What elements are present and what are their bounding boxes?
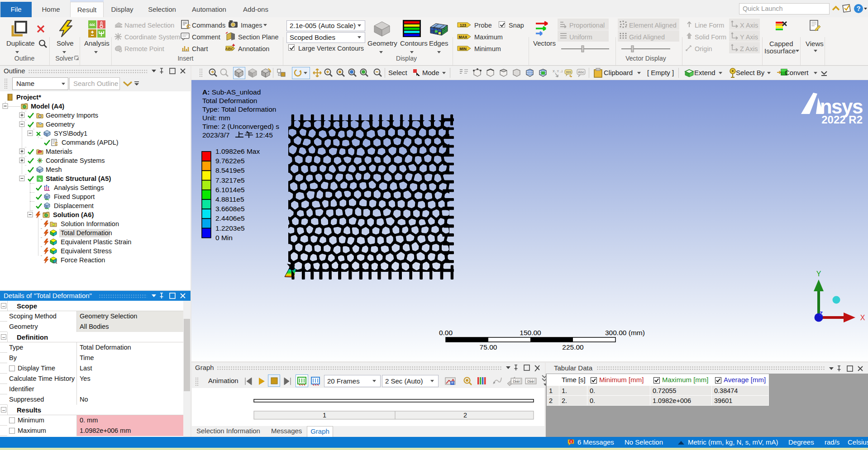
svg-text:2022 R2: 2022 R2 [821, 114, 863, 126]
svg-text:MAX: MAX [459, 35, 467, 39]
svg-text:7.3217e5: 7.3217e5 [215, 176, 245, 184]
svg-text:Type: Total Deformation: Type: Total Deformation [202, 105, 276, 113]
svg-text:X.Y.Z: X.Y.Z [553, 69, 563, 73]
svg-text:Z: Z [819, 310, 823, 317]
svg-text:Y: Y [816, 270, 821, 278]
svg-text:X: X [860, 314, 865, 322]
svg-text:C: C [186, 23, 191, 29]
svg-text:12:45: 12:45 [255, 131, 273, 139]
svg-text:999: 999 [566, 71, 571, 74]
svg-text:4.8811e5: 4.8811e5 [215, 195, 244, 203]
svg-text:C: C [55, 142, 58, 146]
svg-text:Total Deformation: Total Deformation [202, 97, 257, 104]
svg-text:1.0982e6 Max: 1.0982e6 Max [215, 147, 260, 155]
svg-text:2023/3/7: 2023/3/7 [202, 131, 229, 139]
svg-text:∿: ∿ [38, 177, 42, 181]
svg-text:Over: Over [527, 380, 534, 383]
svg-text:Over: Over [513, 380, 520, 383]
svg-text:123: 123 [460, 23, 466, 28]
svg-text:1.2203e5: 1.2203e5 [215, 224, 245, 232]
svg-text:!: ! [571, 440, 572, 444]
svg-text:Time: 2 (Unconverged) s: Time: 2 (Unconverged) s [202, 123, 279, 130]
svg-text:ABC: ABC [225, 47, 234, 51]
svg-text:0.00: 0.00 [439, 329, 453, 336]
svg-text:1: 1 [323, 412, 326, 419]
svg-text:6.1014e5: 6.1014e5 [215, 186, 245, 194]
svg-text:3.6608e5: 3.6608e5 [215, 205, 245, 213]
svg-text:8.5419e5: 8.5419e5 [215, 166, 245, 174]
svg-text:225.00: 225.00 [562, 343, 584, 351]
svg-text:75.00: 75.00 [480, 343, 497, 351]
svg-text:0 Min: 0 Min [215, 234, 233, 242]
svg-text:2: 2 [463, 412, 467, 419]
svg-text:i: i [53, 223, 54, 227]
svg-text:A: Sub-AS_unload: A: Sub-AS_unload [202, 88, 261, 96]
svg-text:300.00 (mm): 300.00 (mm) [605, 329, 645, 336]
svg-text:2.4406e5: 2.4406e5 [215, 214, 245, 222]
svg-text:Unit: mm: Unit: mm [202, 114, 230, 122]
svg-text:Abc: Abc [578, 70, 584, 74]
svg-text:?: ? [856, 5, 860, 12]
svg-text:150.00: 150.00 [520, 329, 541, 336]
svg-text:MIN: MIN [459, 47, 467, 51]
svg-text:9.7622e5: 9.7622e5 [215, 157, 245, 165]
